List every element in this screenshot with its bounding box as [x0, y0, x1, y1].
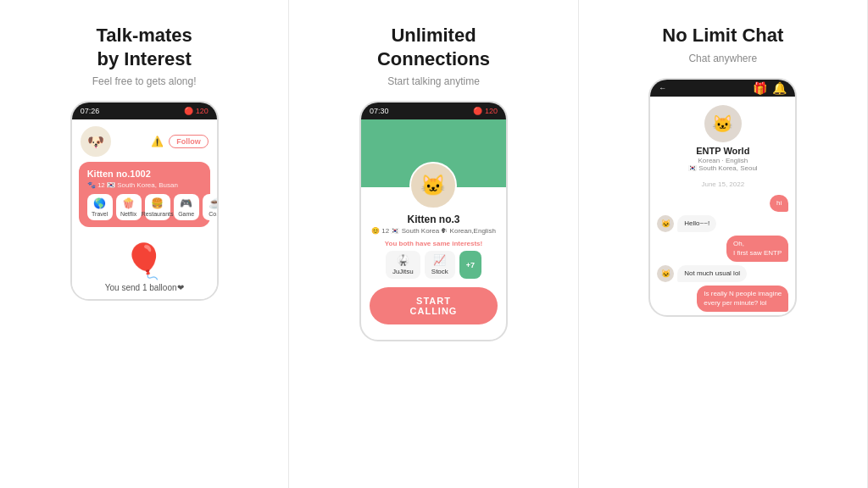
phone1-avatar: 🐶: [81, 126, 111, 157]
phone3: ← 🎁 🔔 🐱 ENTP World Korean · English 🇰🇷 S…: [648, 78, 797, 318]
phone1-statusbar: 07:26 🔴 120: [72, 103, 217, 119]
msg-avatar-2: 🐱: [657, 265, 674, 282]
phone3-back-icon: ←: [659, 84, 666, 92]
match-chips: 🥋 JuJitsu 📈 Stock +7: [386, 251, 481, 279]
phone2-meta: 😊 12 🇰🇷 South Korea 🗣 Korean,English: [371, 227, 496, 235]
interest-co: ☕ Co...: [203, 194, 219, 220]
phone2-time: 07:30: [370, 107, 389, 115]
phone2-avatar: 🐱: [409, 162, 457, 209]
phone1-header-icons: ⚠️ Follow: [151, 135, 209, 148]
interest-travel: 🌎 Travel: [87, 194, 113, 220]
bubble-notmuch: Not much usual lol: [677, 265, 747, 282]
profile-location: 🐾 12 🇰🇷 South Korea, Busan: [87, 181, 202, 189]
section-talkmates: Talk-matesby Interest Feel free to gets …: [0, 0, 289, 488]
interest-game: 🎮 Game: [174, 194, 199, 220]
bubble-hi: hi: [770, 195, 788, 212]
profile-name: Kitten no.1002: [87, 169, 202, 179]
balloon-icon: 🎈: [123, 244, 165, 278]
phone2-name: Kitten no.3: [407, 214, 459, 225]
phone3-profile: 🐱 ENTP World Korean · English 🇰🇷 South K…: [650, 97, 795, 177]
entp-name: ENTP World: [696, 146, 749, 156]
msg-avatar-1: 🐱: [657, 215, 674, 232]
interests-row: 🌎 Travel 🍿 Netflix 🍔 Restaurants 🎮 Game: [87, 194, 202, 220]
gift-icon: 🎁: [753, 81, 767, 95]
message-3: Oh,I first saw ENTP: [657, 236, 788, 262]
phone2: 07:30 🔴 120 🐱 Kitten no.3 😊 12 🇰🇷 South …: [359, 101, 508, 341]
start-calling-button[interactable]: START CALLING: [370, 287, 498, 324]
chat-date: June 15, 2022: [650, 180, 795, 188]
section-connections: UnlimitedConnections Start talking anyti…: [289, 0, 578, 488]
phone3-header-icons: 🎁 🔔: [753, 81, 787, 95]
section1-title: Talk-matesby Interest: [97, 24, 192, 70]
interest-restaurants: 🍔 Restaurants: [145, 194, 170, 220]
profile-card: Kitten no.1002 🐾 12 🇰🇷 South Korea, Busa…: [79, 162, 210, 227]
entp-location: 🇰🇷 South Korea, Seoul: [688, 164, 758, 172]
match-plus: +7: [459, 251, 481, 279]
phone1: 07:26 🔴 120 🐶 ⚠️ Follow Kitten no.1002 🐾…: [70, 101, 219, 301]
bell-icon: 🔔: [772, 81, 787, 95]
phone1-body: 🐶 ⚠️ Follow Kitten no.1002 🐾 12 🇰🇷 South…: [72, 119, 217, 299]
warning-icon: ⚠️: [151, 136, 164, 147]
phone2-statusbar: 07:30 🔴 120: [361, 103, 506, 119]
section2-title: UnlimitedConnections: [377, 24, 490, 70]
message-4: 🐱 Not much usual lol: [657, 265, 788, 282]
message-2: 🐱 Hello~~!: [657, 215, 788, 232]
phone1-battery: 🔴 120: [184, 107, 209, 115]
message-5: Is really N people imagineevery per minu…: [657, 286, 788, 312]
balloon-area: 🎈 You send 1 balloon❤: [72, 234, 217, 299]
message-1: hi: [657, 195, 788, 212]
interest-netflix: 🍿 Netflix: [116, 194, 142, 220]
bubble-entp: Oh,I first saw ENTP: [726, 236, 788, 262]
match-stock: 📈 Stock: [425, 251, 455, 279]
section-chat: No Limit Chat Chat anywhere ← 🎁 🔔 🐱 ENTP…: [579, 0, 868, 488]
match-label: You both have same interests!: [385, 240, 482, 247]
follow-button[interactable]: Follow: [169, 135, 209, 148]
phone3-statusbar: ← 🎁 🔔: [650, 80, 795, 97]
section3-subtitle: Chat anywhere: [688, 53, 757, 64]
phone1-time: 07:26: [81, 107, 100, 115]
match-jujitsu: 🥋 JuJitsu: [386, 251, 420, 279]
section2-subtitle: Start talking anytime: [387, 75, 480, 87]
phone3-avatar: 🐱: [704, 105, 742, 142]
phone2-battery: 🔴 120: [473, 107, 498, 115]
balloon-text: You send 1 balloon❤: [105, 283, 184, 292]
entp-langs: Korean · English: [698, 157, 748, 164]
phone2-profile: 🐱 Kitten no.3 😊 12 🇰🇷 South Korea 🗣 Kore…: [361, 162, 506, 340]
bubble-npeople: Is really N people imagineevery per minu…: [697, 286, 788, 312]
chat-messages: hi 🐱 Hello~~! Oh,I first saw ENTP 🐱 Not …: [650, 191, 795, 316]
section1-subtitle: Feel free to gets along!: [92, 75, 197, 87]
phone1-header: 🐶 ⚠️ Follow: [72, 119, 217, 162]
bubble-hello: Hello~~!: [677, 215, 716, 232]
section3-title: No Limit Chat: [662, 24, 783, 47]
